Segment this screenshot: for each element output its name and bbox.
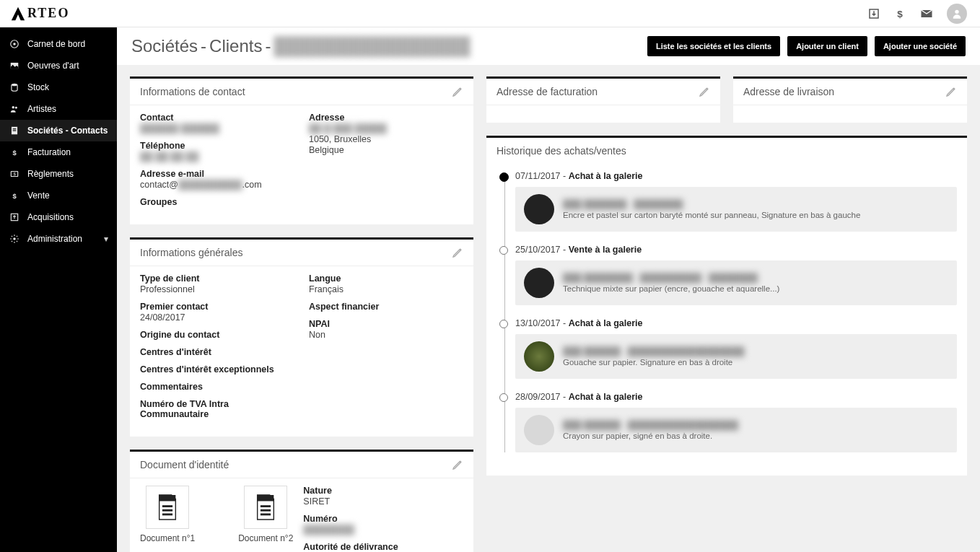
contact-label: Contact xyxy=(140,113,294,123)
artwork-title: ███ ██████ · ██████████████████ xyxy=(563,420,738,430)
authority-label: Autorité de délivrance xyxy=(303,542,463,552)
timeline-dot-icon xyxy=(499,172,509,182)
number-value: ████████ xyxy=(303,525,354,535)
topbar: RTEO $ xyxy=(0,0,980,27)
add-company-button[interactable]: Ajouter une société xyxy=(875,36,966,56)
list-companies-button[interactable]: Liste les sociétés et les clients xyxy=(647,36,780,56)
svg-rect-25 xyxy=(261,514,271,516)
sidebar-item-artists[interactable]: Artistes xyxy=(0,98,117,120)
edit-icon[interactable] xyxy=(452,86,463,97)
card-title: Informations générales xyxy=(140,247,242,258)
sidebar-item-label: Facturation xyxy=(27,147,71,157)
timeline-entry[interactable]: ███ ███████ · ████████Encre et pastel su… xyxy=(515,187,957,232)
timeline-entry[interactable]: ███ ██████ · ███████████████████Gouache … xyxy=(515,334,957,379)
timeline-type: Achat à la galerie xyxy=(569,318,643,328)
card-title: Historique des achats/ventes xyxy=(496,145,626,157)
lang-value: Français xyxy=(309,284,463,294)
number-label: Numéro xyxy=(303,514,463,524)
artwork-desc: Gouache sur papier. Signature en bas à d… xyxy=(563,358,744,367)
sidebar-item-artworks[interactable]: Oeuvres d'art xyxy=(0,55,117,76)
target-icon xyxy=(9,38,20,50)
download-icon[interactable] xyxy=(867,7,880,20)
artwork-title: ███ ██████ · ███████████████████ xyxy=(563,346,744,356)
svg-rect-10 xyxy=(13,128,17,129)
svg-rect-23 xyxy=(261,505,271,507)
artwork-thumb xyxy=(524,268,554,298)
sidebar-item-contacts[interactable]: Sociétés - Contacts xyxy=(0,120,117,141)
timeline-type: Achat à la galerie xyxy=(569,171,643,181)
timeline: 07/11/2017 - Achat à la galerie ███ ████… xyxy=(496,171,957,452)
svg-text:$: $ xyxy=(897,8,903,19)
card-title: Informations de contact xyxy=(140,86,245,97)
gear-icon xyxy=(9,233,20,245)
lang-label: Langue xyxy=(309,273,463,284)
sidebar-item-label: Administration xyxy=(27,234,82,244)
timeline-item: 25/10/2017 - Vente à la galerie ███ ████… xyxy=(515,245,957,305)
client-type-value: Professionnel xyxy=(140,284,294,294)
edit-icon[interactable] xyxy=(452,247,463,258)
document-2[interactable]: Document n°2 xyxy=(238,486,293,552)
artwork-desc: Technique mixte sur papier (encre, gouac… xyxy=(563,284,779,293)
edit-icon[interactable] xyxy=(452,459,463,470)
timeline-entry[interactable]: ███ ██████ · ██████████████████Crayon su… xyxy=(515,408,957,452)
timeline-item: 07/11/2017 - Achat à la galerie ███ ████… xyxy=(515,171,957,232)
sidebar-item-stock[interactable]: Stock xyxy=(0,76,117,98)
general-info-card: Informations générales Type de clientPro… xyxy=(130,237,473,437)
svg-point-17 xyxy=(13,237,16,240)
sidebar-item-acquisitions[interactable]: Acquisitions xyxy=(0,206,117,228)
timeline-dot-icon xyxy=(499,320,508,328)
column-left: Informations de contact Contact██████ ██… xyxy=(130,76,473,540)
sidebar-item-label: Carnet de bord xyxy=(27,39,85,49)
document-1[interactable]: Document n°1 xyxy=(140,486,195,552)
identity-card: Document d'identité Document n°1 xyxy=(130,450,473,552)
email-label: Adresse e-mail xyxy=(140,169,294,179)
first-contact-label: Premier contact xyxy=(140,302,294,312)
document-icon xyxy=(244,486,287,529)
column-right: Adresse de facturation Adresse de livrai… xyxy=(486,76,967,540)
mail-icon[interactable] xyxy=(919,6,934,21)
timeline-item: 28/09/2017 - Achat à la galerie ███ ████… xyxy=(515,392,957,452)
upload-icon xyxy=(9,211,20,223)
doc1-label: Document n°1 xyxy=(140,533,195,543)
nature-label: Nature xyxy=(303,486,463,496)
sidebar-item-billing[interactable]: $ Facturation xyxy=(0,141,117,163)
sidebar-item-label: Stock xyxy=(27,82,49,92)
svg-rect-11 xyxy=(13,130,17,131)
sidebar-item-label: Oeuvres d'art xyxy=(27,61,79,71)
sidebar-item-admin[interactable]: Administration ▾ xyxy=(0,228,117,250)
timeline-date: 07/11/2017 xyxy=(515,171,561,181)
artwork-thumb xyxy=(524,194,554,224)
add-client-button[interactable]: Ajouter un client xyxy=(787,36,867,56)
document-icon xyxy=(146,486,189,529)
contact-value: ██████ ██████ xyxy=(140,123,219,133)
edit-icon[interactable] xyxy=(699,86,710,97)
interests-exceptional-label: Centres d'intérêt exceptionnels xyxy=(140,364,294,374)
timeline-date: 28/09/2017 xyxy=(515,392,561,402)
user-avatar[interactable] xyxy=(947,4,967,24)
svg-text:$: $ xyxy=(12,193,17,200)
logo-text: RTEO xyxy=(27,6,69,21)
logo-icon xyxy=(10,6,26,22)
first-contact-value: 24/08/2017 xyxy=(140,312,294,323)
logo: RTEO xyxy=(0,0,117,27)
svg-point-6 xyxy=(12,84,17,87)
svg-rect-20 xyxy=(162,509,172,512)
dollar-icon[interactable]: $ xyxy=(893,7,906,20)
sidebar-item-dashboard[interactable]: Carnet de bord xyxy=(0,33,117,55)
svg-rect-24 xyxy=(261,509,271,512)
sidebar-item-sale[interactable]: $ Vente xyxy=(0,185,117,206)
card-title: Adresse de facturation xyxy=(496,86,598,97)
sidebar-item-payments[interactable]: $ Règlements xyxy=(0,163,117,185)
address-line3: Belgique xyxy=(309,145,463,155)
chevron-down-icon: ▾ xyxy=(104,234,108,244)
vat-label: Numéro de TVA Intra Communautaire xyxy=(140,399,294,419)
edit-icon[interactable] xyxy=(945,86,957,97)
sidebar-item-label: Sociétés - Contacts xyxy=(27,126,108,136)
artwork-thumb xyxy=(524,415,554,445)
breadcrumb-societes: Sociétés xyxy=(131,36,198,56)
timeline-item: 13/10/2017 - Achat à la galerie ███ ████… xyxy=(515,318,957,379)
timeline-entry[interactable]: ███ ████████ · ██████████ · ████████Tech… xyxy=(515,260,957,305)
breadcrumb: Sociétés - Clients - ████████████████ xyxy=(131,36,470,56)
sidebar-item-label: Règlements xyxy=(27,169,74,179)
email-value: contact@██████████.com xyxy=(140,180,294,190)
